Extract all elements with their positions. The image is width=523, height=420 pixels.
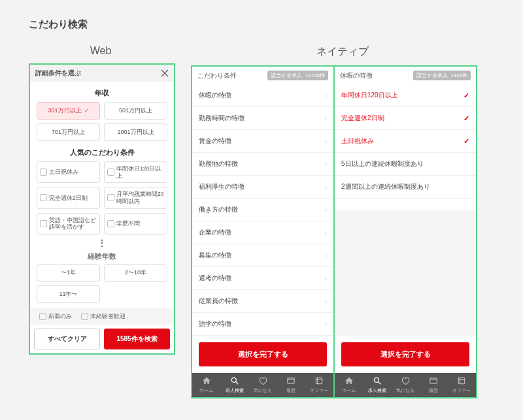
bottom-check-row: 新着のみ 未経験者歓迎	[30, 308, 174, 325]
tab-履歴[interactable]: 履歴	[277, 373, 305, 397]
category-row[interactable]: 勤務地の特徴›	[192, 153, 333, 176]
category-row[interactable]: 賃金の特徴›	[192, 130, 333, 153]
page-title: こだわり検索	[0, 0, 523, 41]
native-column-label: ネイティブ	[191, 41, 494, 65]
experience-section-title: 経験年数	[30, 251, 174, 264]
popular-option[interactable]: 月平均残業時間20時間以内	[104, 187, 167, 208]
checkbox-icon	[40, 194, 47, 201]
popular-option[interactable]: 年間休日120日以上	[104, 161, 167, 183]
option-row[interactable]: 完全週休2日制✓	[335, 107, 476, 130]
checkbox-icon	[107, 220, 114, 227]
native-options-title: 休暇の特徴	[340, 71, 373, 80]
category-row[interactable]: 選考の特徴›	[192, 267, 333, 290]
chevron-right-icon: ›	[325, 161, 327, 168]
close-icon[interactable]	[161, 69, 169, 77]
tab-気になる[interactable]: 気になる	[248, 373, 277, 397]
tab-ホーム[interactable]: ホーム	[192, 373, 220, 397]
checkbox-icon	[40, 169, 47, 176]
tab-オファー[interactable]: オファー	[448, 373, 476, 397]
svg-line-1	[236, 382, 239, 385]
checkbox-icon	[107, 194, 114, 201]
inexperienced-checkbox[interactable]: 未経験者歓迎	[81, 312, 126, 321]
option-row[interactable]: 2週間以上の連続休暇制度あり	[335, 176, 476, 199]
spacer	[335, 210, 476, 336]
chevron-right-icon: ›	[325, 92, 327, 99]
salary-option[interactable]: 1001万円以上	[104, 123, 167, 141]
salary-option[interactable]: 701万円以上	[37, 123, 100, 141]
experience-option[interactable]: 2〜10年	[104, 264, 167, 282]
heart-icon	[401, 376, 410, 386]
tab-履歴[interactable]: 履歴	[420, 373, 448, 397]
chevron-right-icon: ›	[325, 298, 327, 305]
native-panels-row: こだわり条件 該当する求人 16720件 休暇の特徴›勤務時間の特徴›賃金の特徴…	[191, 65, 494, 398]
native-category-header: こだわり条件 該当する求人 16720件	[192, 67, 333, 84]
tab-オファー[interactable]: オファー	[305, 373, 333, 397]
category-row[interactable]: 従業員の特徴›	[192, 290, 333, 313]
native-category-title: こだわり条件	[197, 71, 237, 80]
experience-option[interactable]: 11年〜	[37, 285, 100, 303]
svg-rect-6	[430, 378, 437, 383]
popular-option[interactable]: 完全週休2日制	[37, 187, 100, 208]
tab-bar: ホーム求人検索気になる履歴オファー	[335, 373, 476, 397]
category-row[interactable]: 働き方の特徴›	[192, 199, 333, 221]
search-icon	[373, 376, 382, 386]
svg-rect-3	[316, 378, 322, 383]
web-panel: 詳細条件を選ぶ 年収 301万円以上501万円以上701万円以上1001万円以上…	[29, 63, 175, 355]
chevron-right-icon: ›	[325, 275, 327, 282]
option-row[interactable]: 土日祝休み✓	[335, 130, 476, 153]
checkbox-icon	[81, 313, 88, 320]
check-icon: ✓	[464, 114, 469, 123]
chevron-right-icon: ›	[325, 115, 327, 122]
salary-option[interactable]: 301万円以上	[37, 102, 100, 120]
chevron-right-icon: ›	[325, 252, 327, 259]
category-row[interactable]: 休暇の特徴›	[192, 84, 333, 107]
salary-options-grid: 301万円以上501万円以上701万円以上1001万円以上	[30, 102, 174, 141]
checkbox-icon	[40, 220, 47, 227]
popular-option[interactable]: 英語・中国語など語学を活かす	[37, 213, 100, 234]
web-column: Web 詳細条件を選ぶ 年収 301万円以上501万円以上701万円以上1001…	[29, 41, 173, 398]
chevron-right-icon: ›	[325, 321, 327, 328]
new-only-checkbox[interactable]: 新着のみ	[39, 312, 72, 321]
tab-ホーム[interactable]: ホーム	[335, 373, 363, 397]
native-options-panel: 休暇の特徴 該当する求人 1349件 年間休日120日以上✓完全週休2日制✓土日…	[333, 65, 477, 398]
home-icon	[345, 376, 354, 386]
collapsed-dots-icon: ⋮	[30, 234, 174, 251]
tab-求人検索[interactable]: 求人検索	[220, 373, 248, 397]
clear-all-button[interactable]: すべてクリア	[34, 329, 100, 349]
history-icon	[429, 376, 438, 386]
tab-求人検索[interactable]: 求人検索	[363, 373, 391, 397]
popular-option[interactable]: 学歴不問	[104, 213, 167, 234]
svg-point-0	[231, 378, 236, 382]
experience-option[interactable]: 〜1年	[37, 264, 100, 282]
salary-section-title: 年収	[30, 82, 174, 102]
web-actions: すべてクリア 1585件を検索	[30, 325, 174, 353]
svg-rect-7	[459, 378, 465, 383]
offer-icon	[314, 376, 324, 386]
category-row[interactable]: 企業の特徴›	[192, 221, 333, 244]
category-row[interactable]: 福利厚生の特徴›	[192, 176, 333, 199]
category-row[interactable]: 募集の特徴›	[192, 244, 333, 267]
complete-selection-button[interactable]: 選択を完了する	[199, 342, 327, 366]
option-row[interactable]: 年間休日120日以上✓	[335, 84, 476, 107]
category-row[interactable]: 勤務時間の特徴›	[192, 107, 333, 130]
complete-selection-button[interactable]: 選択を完了する	[341, 342, 469, 366]
home-icon	[202, 376, 211, 386]
tab-気になる[interactable]: 気になる	[391, 373, 419, 397]
popular-option[interactable]: 土日祝休み	[37, 161, 100, 183]
popular-options-grid: 土日祝休み年間休日120日以上完全週休2日制月平均残業時間20時間以内英語・中国…	[30, 161, 174, 234]
checkbox-icon	[39, 313, 46, 320]
chevron-right-icon: ›	[325, 184, 327, 191]
native-options-list: 年間休日120日以上✓完全週休2日制✓土日祝休み✓5日以上の連続休暇制度あり2週…	[335, 84, 476, 210]
results-count-badge: 該当する求人 16720件	[267, 71, 328, 80]
search-button[interactable]: 1585件を検索	[104, 329, 170, 349]
native-column: ネイティブ こだわり条件 該当する求人 16720件 休暇の特徴›勤務時間の特徴…	[191, 41, 494, 398]
history-icon	[286, 376, 295, 386]
experience-options-grid: 〜1年2〜10年11年〜	[30, 264, 174, 308]
option-row[interactable]: 5日以上の連続休暇制度あり	[335, 153, 476, 176]
search-icon	[230, 376, 239, 386]
salary-option[interactable]: 501万円以上	[104, 102, 167, 120]
category-row[interactable]: 語学の特徴›	[192, 313, 333, 336]
native-options-header: 休暇の特徴 該当する求人 1349件	[335, 67, 476, 84]
svg-line-5	[379, 382, 381, 385]
web-column-label: Web	[29, 41, 173, 63]
